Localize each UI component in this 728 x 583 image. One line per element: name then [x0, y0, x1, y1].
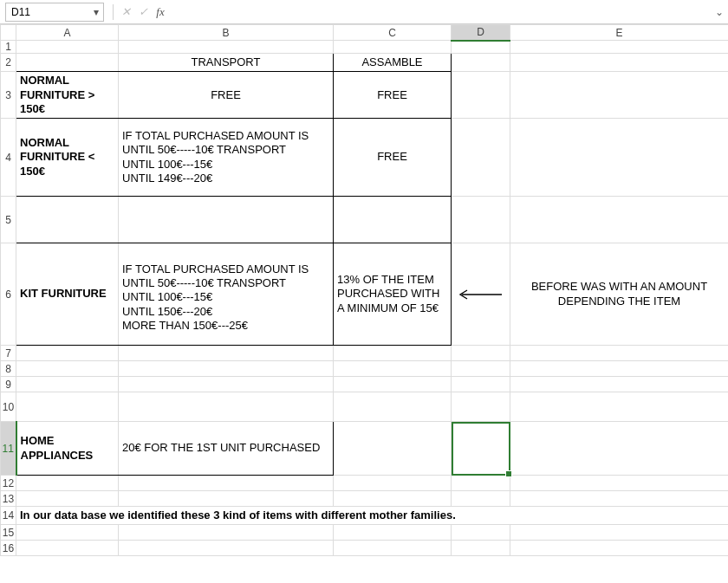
cell-A9[interactable]: [16, 377, 119, 392]
row-header-3[interactable]: 3: [1, 72, 16, 119]
row-header-10[interactable]: 10: [1, 392, 16, 422]
column-header-C[interactable]: C: [334, 25, 452, 41]
row-header-9[interactable]: 9: [1, 377, 16, 392]
worksheet[interactable]: A B C D E 1 2: [0, 24, 728, 556]
cell-B12[interactable]: [119, 476, 334, 491]
row-header-7[interactable]: 7: [1, 346, 16, 361]
row-header-8[interactable]: 8: [1, 361, 16, 377]
cell-E5[interactable]: [510, 197, 729, 243]
cell-D13[interactable]: [452, 491, 510, 507]
cell-A8[interactable]: [16, 361, 119, 377]
name-box[interactable]: D11 ▾: [5, 3, 104, 22]
row-header-2[interactable]: 2: [1, 54, 16, 72]
row-header-12[interactable]: 12: [1, 476, 16, 491]
column-header-D[interactable]: D: [452, 25, 510, 41]
cell-B11[interactable]: 20€ FOR THE 1ST UNIT PURCHASED: [119, 422, 334, 476]
cell-D7[interactable]: [452, 346, 510, 361]
cell-E8[interactable]: [510, 361, 729, 377]
row-header-11[interactable]: 11: [1, 422, 16, 476]
cell-C11[interactable]: [334, 422, 452, 476]
select-all-corner[interactable]: [1, 25, 16, 41]
cell-C2[interactable]: ASSAMBLE: [334, 54, 452, 72]
cell-B6[interactable]: IF TOTAL PURCHASED AMOUNT IS UNTIL 50€--…: [119, 243, 334, 346]
cell-E1[interactable]: [510, 41, 729, 54]
cell-B15[interactable]: [119, 525, 334, 541]
cell-C10[interactable]: [334, 392, 452, 422]
cell-A5[interactable]: [16, 197, 119, 243]
cell-B8[interactable]: [119, 361, 334, 377]
cell-B13[interactable]: [119, 491, 334, 507]
cell-A13[interactable]: [16, 491, 119, 507]
row-header-16[interactable]: 16: [1, 541, 16, 556]
cell-C4[interactable]: FREE: [334, 119, 452, 197]
cell-C6[interactable]: 13% OF THE ITEM PURCHASED WITH A MINIMUM…: [334, 243, 452, 346]
cell-D11[interactable]: [452, 422, 510, 476]
cell-E6[interactable]: BEFORE WAS WITH AN AMOUNT DEPENDING THE …: [510, 243, 729, 346]
cell-B5[interactable]: [119, 197, 334, 243]
cell-D12[interactable]: [452, 476, 510, 491]
cell-A1[interactable]: [16, 41, 119, 54]
cell-D4[interactable]: [452, 119, 510, 197]
cell-C13[interactable]: [334, 491, 452, 507]
cell-A2[interactable]: [16, 54, 119, 72]
cell-C1[interactable]: [334, 41, 452, 54]
cell-A16[interactable]: [16, 541, 119, 556]
cell-A14[interactable]: In our data base we identified these 3 k…: [16, 507, 729, 525]
cell-D9[interactable]: [452, 377, 510, 392]
cell-A6[interactable]: KIT FURNITURE: [16, 243, 119, 346]
formula-bar-expand-icon[interactable]: ⌄: [711, 6, 728, 18]
cell-C8[interactable]: [334, 361, 452, 377]
cell-E11[interactable]: [510, 422, 729, 476]
row-header-4[interactable]: 4: [1, 119, 16, 197]
cell-E10[interactable]: [510, 392, 729, 422]
row-header-15[interactable]: 15: [1, 525, 16, 541]
formula-input[interactable]: [169, 3, 711, 22]
column-header-B[interactable]: B: [119, 25, 334, 41]
column-header-E[interactable]: E: [510, 25, 729, 41]
cell-A15[interactable]: [16, 525, 119, 541]
cell-A10[interactable]: [16, 392, 119, 422]
cell-B10[interactable]: [119, 392, 334, 422]
cell-C7[interactable]: [334, 346, 452, 361]
row-header-5[interactable]: 5: [1, 197, 16, 243]
cell-E9[interactable]: [510, 377, 729, 392]
cell-B1[interactable]: [119, 41, 334, 54]
cell-B4[interactable]: IF TOTAL PURCHASED AMOUNT IS UNTIL 50€--…: [119, 119, 334, 197]
cell-A12[interactable]: [16, 476, 119, 491]
row-header-14[interactable]: 14: [1, 507, 16, 525]
cell-E16[interactable]: [510, 541, 729, 556]
cell-E7[interactable]: [510, 346, 729, 361]
cell-E15[interactable]: [510, 525, 729, 541]
cell-C12[interactable]: [334, 476, 452, 491]
cell-C3[interactable]: FREE: [334, 72, 452, 119]
cell-E4[interactable]: [510, 119, 729, 197]
cell-D15[interactable]: [452, 525, 510, 541]
cell-A11[interactable]: HOME APPLIANCES: [16, 422, 119, 476]
cell-D16[interactable]: [452, 541, 510, 556]
cell-C16[interactable]: [334, 541, 452, 556]
cell-D1[interactable]: [452, 41, 510, 54]
name-box-dropdown-icon[interactable]: ▾: [89, 3, 103, 21]
cell-E13[interactable]: [510, 491, 729, 507]
cell-C15[interactable]: [334, 525, 452, 541]
cell-D10[interactable]: [452, 392, 510, 422]
column-header-A[interactable]: A: [16, 25, 119, 41]
row-header-6[interactable]: 6: [1, 243, 16, 346]
cell-B2[interactable]: TRANSPORT: [119, 54, 334, 72]
cell-E3[interactable]: [510, 72, 729, 119]
cell-B9[interactable]: [119, 377, 334, 392]
cell-C9[interactable]: [334, 377, 452, 392]
cell-A3[interactable]: NORMAL FURNITURE > 150€: [16, 72, 119, 119]
cell-E12[interactable]: [510, 476, 729, 491]
cell-B16[interactable]: [119, 541, 334, 556]
cell-D2[interactable]: [452, 54, 510, 72]
fx-icon[interactable]: fx: [152, 3, 169, 21]
row-header-1[interactable]: 1: [1, 41, 16, 54]
cell-D6[interactable]: [452, 243, 510, 346]
cell-D8[interactable]: [452, 361, 510, 377]
cell-E2[interactable]: [510, 54, 729, 72]
cell-A4[interactable]: NORMAL FURNITURE < 150€: [16, 119, 119, 197]
cell-B7[interactable]: [119, 346, 334, 361]
cell-C5[interactable]: [334, 197, 452, 243]
cell-D5[interactable]: [452, 197, 510, 243]
